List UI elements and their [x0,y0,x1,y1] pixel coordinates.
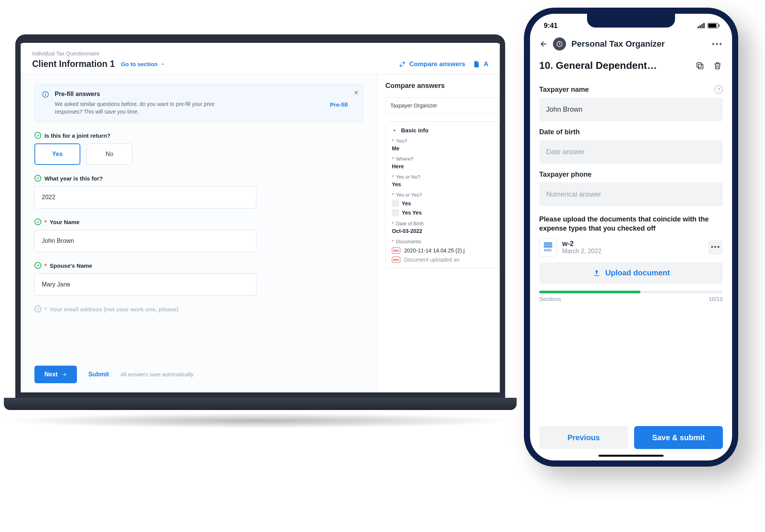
goto-section-button[interactable]: Go to section [121,61,165,67]
nav-title: Personal Tax Organizer [571,39,665,49]
svg-rect-5 [701,24,703,28]
check-icon: ✓ [34,262,41,269]
dob-input[interactable] [539,140,723,164]
check-icon: ✓ [34,218,41,225]
img-badge-icon: IMG [392,257,400,263]
doc-row: IMG2020-11-14 14.04.25 (2).j [392,247,493,254]
check-icon: ✓ [34,175,41,182]
phone-label: Taxpayer phone [539,171,592,178]
autosave-text: All answers save automatically [121,371,194,377]
checkbox-icon[interactable]: ✓ [392,200,399,207]
checkbox-row: ✓Yes [392,200,493,207]
submit-button[interactable]: Submit [88,371,109,378]
prefill-banner: ✕ Pre-fill answers We asked similar ques… [34,84,364,122]
choice-no[interactable]: No [86,143,132,165]
check-icon: ✓ [34,132,41,139]
laptop-mockup: Individual Tax Questionnaire Client Info… [15,34,505,410]
prefill-desc: We asked similar questions before, do yo… [55,101,219,116]
goto-section-label: Go to section [121,61,158,67]
page-title: Client Information 1 [32,59,115,69]
taxpayer-name-label: Taxpayer name [539,86,589,94]
desktop-header: Individual Tax Questionnaire Client Info… [21,43,500,74]
accordion-toggle[interactable]: Basic info [392,127,493,133]
form-footer: Next Submit All answers save automatical… [34,366,364,383]
yourname-input[interactable] [34,230,256,252]
svg-rect-1 [45,94,46,96]
organizer-input[interactable] [385,98,500,114]
section-title: 10. General Dependent… [539,60,657,72]
upload-document-button[interactable]: Upload document [539,262,723,284]
compare-answers-button[interactable]: Compare answers [398,60,465,68]
signal-icon [698,23,705,28]
checkbox-icon[interactable]: ✓ [392,209,399,216]
doc-row: IMGDocument uploaded an [392,257,493,263]
q-joint-return-label: ✓ Is this for a joint return? [34,132,364,139]
file-date: March 2, 2022 [562,248,601,255]
clock-icon [553,37,566,50]
phone-notch [587,14,675,28]
img-badge-icon: IMG [392,247,400,254]
laptop-base [4,398,517,410]
prefill-title: Pre-fill answers [55,91,219,98]
info-icon [42,91,49,116]
file-name: w-2 [562,240,601,248]
previous-button[interactable]: Previous [539,426,628,449]
q-email-label: ✓ * Your email address (not your work on… [34,306,364,312]
trash-icon[interactable] [712,60,723,71]
spouse-input[interactable] [34,273,256,296]
progress-value: 10/10 [708,296,723,302]
battery-icon [708,23,718,28]
more-menu-icon[interactable]: ••• [712,39,723,49]
main-form-area: ✕ Pre-fill answers We asked similar ques… [21,74,377,392]
svg-rect-9 [697,63,701,67]
check-icon: ✓ [34,306,41,312]
copy-icon[interactable] [695,60,705,71]
svg-point-2 [45,93,46,93]
upload-icon [592,269,601,277]
close-icon[interactable]: ✕ [354,89,359,96]
q-spouse-label: ✓ * Spouse's Name [34,262,364,269]
svg-rect-8 [698,64,703,69]
help-icon[interactable]: ? [714,85,723,94]
compare-panel: Compare answers Basic info * You?Me * Wh… [377,74,500,392]
svg-rect-6 [703,23,705,28]
phone-mockup: 9:41 Personal Tax Organizer ••• 10. Gene… [524,8,738,467]
svg-rect-4 [700,25,701,28]
breadcrumb: Individual Tax Questionnaire [32,50,488,57]
checkbox-row: ✓Yes Yes [392,209,493,216]
phone-input[interactable] [539,182,723,206]
laptop-shadow [0,413,517,428]
back-icon[interactable] [539,40,548,48]
chevron-up-icon [392,128,397,133]
progress-label: Sections [539,296,561,302]
swap-icon [398,60,406,68]
save-submit-button[interactable]: Save & submit [634,426,723,449]
taxpayer-name-field[interactable]: John Brown [539,98,723,121]
q-yourname-label: ✓ * Your Name [34,218,364,225]
file-more-icon[interactable]: ••• [708,240,723,255]
header-action-2[interactable]: A [473,60,488,68]
basic-info-card: Basic info * You?Me * Where?Here * Yes o… [385,121,500,268]
chevron-down-icon [160,62,165,67]
progress-area: Sections 10/10 [539,291,723,302]
home-indicator [599,455,664,457]
compare-heading: Compare answers [385,82,500,90]
next-button[interactable]: Next [34,366,77,383]
file-icon [473,60,481,68]
status-time: 9:41 [544,22,558,30]
arrow-right-icon [61,371,67,377]
prefill-link[interactable]: Pre-fill [330,101,348,108]
nav-bar: Personal Tax Organizer ••• [530,35,732,53]
uploaded-file-row: DOC w-2 March 2, 2022 ••• [539,238,723,257]
svg-rect-3 [698,26,699,28]
doc-file-icon: DOC [539,238,557,257]
year-input[interactable] [34,186,256,208]
upload-instructions: Please upload the documents that coincid… [539,215,723,233]
dob-label: Date of birth [539,128,580,136]
choice-yes[interactable]: Yes [34,143,80,165]
q-year-label: ✓ What year is this for? [34,175,364,182]
